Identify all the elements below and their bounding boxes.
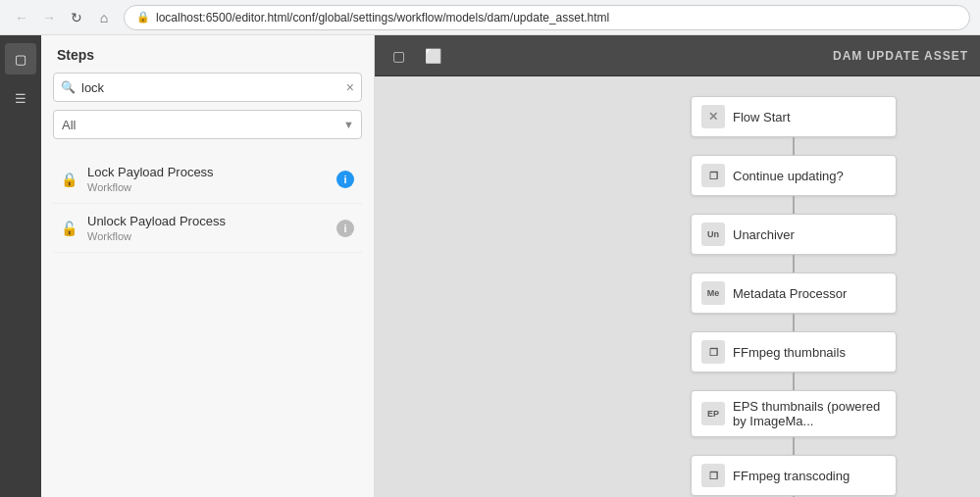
search-icon: 🔍 [61,80,76,94]
address-bar[interactable]: 🔒 localhost:6500/editor.html/conf/global… [124,5,970,30]
flow-node-label: Metadata Processor [733,286,886,301]
list-item[interactable]: 🔒 Lock Payload Process Workflow i [53,155,362,204]
steps-panel: Steps 🔍 × All Workflow Script Dialog ▼ 🔒 [41,35,375,497]
flow-start-icon: ✕ [701,105,725,128]
step-type: Workflow [87,230,327,242]
canvas-title: DAM UPDATE ASSET [833,49,968,63]
flow-connector [793,373,795,390]
flow-connector [793,137,795,155]
rail-list-button[interactable]: ☰ [5,82,36,114]
unarchiver-icon: Un [701,223,725,246]
flow-node-label: FFmpeg thumbnails [733,345,886,360]
canvas-pages-button[interactable]: ▢ [387,44,411,68]
search-clear-button[interactable]: × [346,80,354,94]
step-name: Lock Payload Process [87,165,327,179]
flow-node-label: Unarchiver [733,227,886,242]
canvas-area: ▢ ⬜ DAM UPDATE ASSET ✕ Flow Start ❐ Cont… [375,35,980,497]
filter-bar: All Workflow Script Dialog ▼ [53,110,362,139]
flow-node-label: EPS thumbnails (powered by ImageMa... [733,399,886,428]
flow-node-eps-thumbnails[interactable]: EP EPS thumbnails (powered by ImageMa... [691,390,897,437]
flow-node-continue-updating[interactable]: ❐ Continue updating? [691,155,897,196]
filter-select[interactable]: All Workflow Script Dialog [53,110,362,139]
canvas-content[interactable]: ✕ Flow Start ❐ Continue updating? Un Una… [375,76,980,497]
unlock-icon: 🔓 [61,221,77,236]
lock-icon: 🔒 [61,172,77,187]
back-button[interactable]: ← [10,6,33,29]
flow-connector [793,437,795,455]
browser-chrome: ← → ↻ ⌂ 🔒 localhost:6500/editor.html/con… [0,0,980,35]
forward-button[interactable]: → [37,6,61,29]
steps-list: 🔒 Lock Payload Process Workflow i 🔓 Unlo… [41,151,374,497]
continue-updating-icon: ❐ [701,164,725,187]
ffmpeg-thumbnails-icon: ❐ [701,340,725,364]
flow-node-ffmpeg-transcoding[interactable]: ❐ FFmpeg transcoding [691,455,897,496]
flow-connector [793,255,795,273]
pages-icon: ▢ [15,52,26,67]
search-box: 🔍 × [53,73,362,102]
flow-node-unarchiver[interactable]: Un Unarchiver [691,214,897,255]
canvas-toolbar: ▢ ⬜ DAM UPDATE ASSET [375,35,980,76]
sliders-icon: ⬜ [425,48,441,64]
step-info: Lock Payload Process Workflow [87,165,327,193]
flow-node-label: FFmpeg transcoding [733,469,886,483]
filter-select-wrap: All Workflow Script Dialog ▼ [53,110,362,139]
url-text: localhost:6500/editor.html/conf/global/s… [156,11,609,25]
step-type: Workflow [87,181,327,193]
step-info-button[interactable]: i [336,220,354,237]
eps-thumbnails-icon: EP [701,402,725,425]
flow-node-flow-start[interactable]: ✕ Flow Start [691,96,897,137]
canvas-pages-icon: ▢ [392,48,405,64]
steps-header: Steps [41,35,374,73]
flow-node-metadata-processor[interactable]: Me Metadata Processor [691,273,897,314]
step-name: Unlock Payload Process [87,214,327,228]
flow-column: ✕ Flow Start ❐ Continue updating? Un Una… [686,96,902,497]
flow-node-label: Continue updating? [733,169,886,183]
steps-title: Steps [57,47,94,63]
rail-pages-button[interactable]: ▢ [5,43,36,75]
left-rail: ▢ ☰ [0,35,41,497]
list-item[interactable]: 🔓 Unlock Payload Process Workflow i [53,204,362,253]
ffmpeg-transcoding-icon: ❐ [701,464,725,487]
search-input[interactable] [53,73,362,102]
flow-node-ffmpeg-thumbnails[interactable]: ❐ FFmpeg thumbnails [691,331,897,373]
ssl-lock-icon: 🔒 [136,11,150,24]
metadata-processor-icon: Me [701,281,725,305]
app-container: ▢ ☰ Steps 🔍 × All Workflow Script Dialog… [0,35,980,497]
canvas-sliders-button[interactable]: ⬜ [419,44,447,68]
nav-buttons: ← → ↻ ⌂ [10,6,116,29]
reload-button[interactable]: ↻ [65,6,88,29]
flow-node-label: Flow Start [733,110,886,124]
list-icon: ☰ [15,91,26,106]
step-info: Unlock Payload Process Workflow [87,214,327,242]
flow-connector [793,314,795,331]
step-info-button[interactable]: i [336,171,354,188]
flow-connector [793,196,795,214]
home-button[interactable]: ⌂ [92,6,116,29]
